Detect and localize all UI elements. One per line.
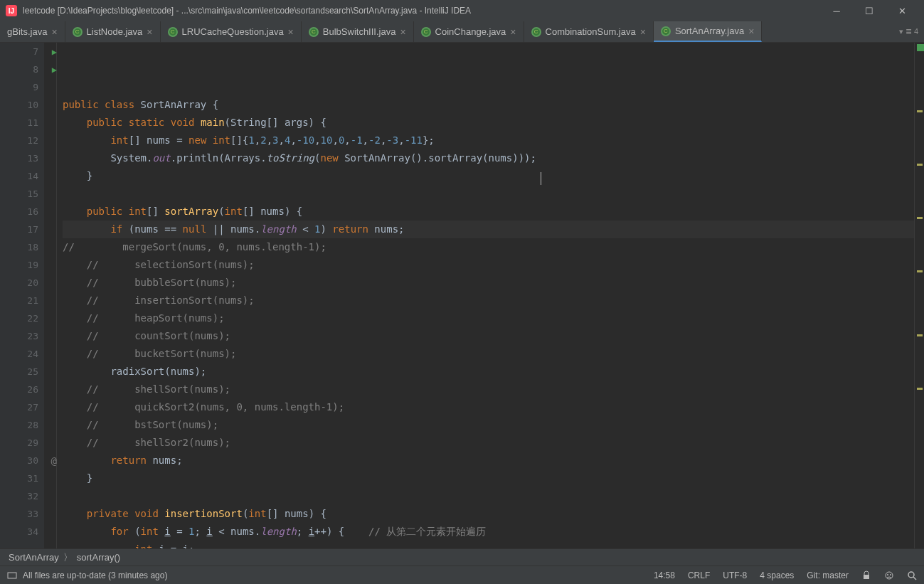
line-number[interactable]: 30@ — [0, 452, 44, 469]
code-line[interactable]: int j = i; — [63, 541, 914, 548]
window-title: leetcode [D:\IdeaProjects\blog\leetcode]… — [23, 6, 820, 16]
line-number[interactable]: 32 — [0, 487, 44, 505]
close-icon[interactable]: × — [400, 26, 405, 38]
code-line[interactable]: // bubbleSort(nums); — [63, 274, 914, 292]
warning-marker[interactable] — [917, 334, 923, 336]
code-line[interactable]: // bstSort(nums); — [63, 416, 914, 434]
code-line[interactable]: if (nums == null || nums.length < 1) ret… — [63, 221, 914, 238]
editor-tab[interactable]: gBits.java× — [0, 21, 65, 42]
code-line[interactable] — [63, 487, 914, 505]
line-number[interactable]: 13 — [0, 149, 44, 167]
code-line[interactable]: // shellSor2(nums); — [63, 434, 914, 452]
breadcrumb-method[interactable]: sortArray() — [77, 552, 120, 563]
close-icon[interactable]: × — [640, 26, 646, 38]
editor-tab[interactable]: CLRUCacheQuestion.java× — [161, 21, 302, 42]
close-icon[interactable]: × — [510, 26, 516, 38]
line-gutter[interactable]: 7▶8▶910111213141516171819202122232425262… — [0, 43, 44, 548]
code-line[interactable]: // bucketSort(nums); — [63, 345, 914, 363]
code-line[interactable]: } — [63, 167, 914, 185]
code-line[interactable]: private void insertionSort(int[] nums) { — [63, 505, 914, 523]
line-number[interactable]: 16 — [0, 203, 44, 221]
close-icon[interactable]: × — [748, 26, 754, 37]
line-number[interactable]: 19 — [0, 256, 44, 274]
tabs-overflow[interactable]: ▾ ≣ 4 — [893, 27, 924, 36]
line-number[interactable]: 11 — [0, 114, 44, 132]
breadcrumb[interactable]: SortAnArray 〉 sortArray() — [0, 548, 924, 566]
editor-tab[interactable]: CSortAnArray.java× — [654, 21, 762, 42]
line-number[interactable]: 17 — [0, 221, 44, 238]
code-line[interactable]: public class SortAnArray { — [63, 96, 914, 114]
caret-position[interactable]: 14:58 — [654, 570, 675, 580]
git-branch[interactable]: Git: master — [807, 570, 849, 580]
warning-marker[interactable] — [917, 217, 923, 219]
code-editor[interactable]: public class SortAnArray { public static… — [57, 43, 914, 548]
warning-marker[interactable] — [917, 164, 923, 166]
maximize-button[interactable]: ☐ — [853, 0, 886, 21]
lock-icon[interactable] — [861, 570, 871, 580]
code-line[interactable]: return nums; — [63, 452, 914, 469]
line-number[interactable]: 27 — [0, 398, 44, 416]
code-line[interactable]: // shellSort(nums); — [63, 381, 914, 398]
code-line[interactable]: int[] nums = new int[]{1,2,3,4,-10,10,0,… — [63, 132, 914, 149]
line-number[interactable]: 31 — [0, 469, 44, 487]
encoding[interactable]: UTF-8 — [723, 570, 747, 580]
line-number[interactable]: 21 — [0, 292, 44, 309]
close-icon[interactable]: × — [288, 26, 294, 38]
line-number[interactable]: 22 — [0, 309, 44, 327]
code-line[interactable]: for (int i = 1; i < nums.length; i++) { … — [63, 523, 914, 541]
indent[interactable]: 4 spaces — [760, 570, 794, 580]
close-icon[interactable]: × — [51, 26, 57, 38]
line-number[interactable]: 8▶ — [0, 60, 44, 78]
code-line[interactable]: public int[] sortArray(int[] nums) { — [63, 203, 914, 221]
error-stripe[interactable] — [914, 43, 924, 548]
code-line[interactable]: // countSort(nums); — [63, 327, 914, 345]
warning-marker[interactable] — [917, 270, 923, 272]
code-line[interactable]: // mergeSort(nums, 0, nums.length-1); — [63, 238, 914, 256]
ide-errors-icon[interactable] — [884, 570, 894, 580]
override-icon[interactable]: @ — [51, 455, 57, 467]
code-line[interactable]: } — [63, 469, 914, 487]
line-number[interactable]: 9 — [0, 78, 44, 96]
minimize-button[interactable]: ─ — [820, 0, 853, 21]
line-number[interactable]: 15 — [0, 185, 44, 203]
line-number[interactable]: 14 — [0, 167, 44, 185]
line-number[interactable]: 18 — [0, 238, 44, 256]
line-number[interactable]: 26 — [0, 381, 44, 398]
line-number[interactable]: 25 — [0, 363, 44, 381]
code-line[interactable] — [63, 185, 914, 203]
run-icon[interactable]: ▶ — [52, 65, 57, 75]
warning-marker[interactable] — [917, 388, 923, 390]
code-line[interactable]: radixSort(nums); — [63, 363, 914, 381]
code-line[interactable]: System.out.println(Arrays.toString(new S… — [63, 149, 914, 167]
tab-label: ListNode.java — [87, 26, 143, 37]
line-number[interactable]: 34 — [0, 523, 44, 541]
analysis-ok-icon — [917, 44, 924, 51]
search-icon[interactable] — [907, 570, 917, 580]
editor-tab[interactable]: CBulbSwitchIII.java× — [302, 21, 414, 42]
line-number[interactable]: 24 — [0, 345, 44, 363]
line-number[interactable]: 7▶ — [0, 43, 44, 60]
editor-tab[interactable]: CCoinChange.java× — [414, 21, 524, 42]
code-line[interactable]: // heapSort(nums); — [63, 309, 914, 327]
close-button[interactable]: ✕ — [886, 0, 918, 21]
line-number[interactable]: 10 — [0, 96, 44, 114]
line-ending[interactable]: CRLF — [688, 570, 710, 580]
line-number[interactable]: 12 — [0, 132, 44, 149]
warning-marker[interactable] — [917, 110, 923, 112]
editor-tab[interactable]: CListNode.java× — [65, 21, 161, 42]
code-line[interactable]: // selectionSort(nums); — [63, 256, 914, 274]
line-number[interactable]: 20 — [0, 274, 44, 292]
line-number[interactable]: 23 — [0, 327, 44, 345]
line-number[interactable]: 28 — [0, 416, 44, 434]
breadcrumb-class[interactable]: SortAnArray — [9, 552, 59, 563]
line-number[interactable]: 33 — [0, 505, 44, 523]
close-icon[interactable]: × — [147, 26, 152, 38]
tab-label: CoinChange.java — [435, 26, 506, 37]
code-line[interactable]: // quickSort2(nums, 0, nums.length-1); — [63, 398, 914, 416]
code-line[interactable]: public static void main(String[] args) { — [63, 114, 914, 132]
line-number[interactable]: 29 — [0, 434, 44, 452]
run-icon[interactable]: ▶ — [52, 47, 57, 57]
editor-tab[interactable]: CCombinationSum.java× — [524, 21, 654, 42]
code-line[interactable]: // insertionSort(nums); — [63, 292, 914, 309]
fold-column[interactable] — [44, 43, 57, 548]
